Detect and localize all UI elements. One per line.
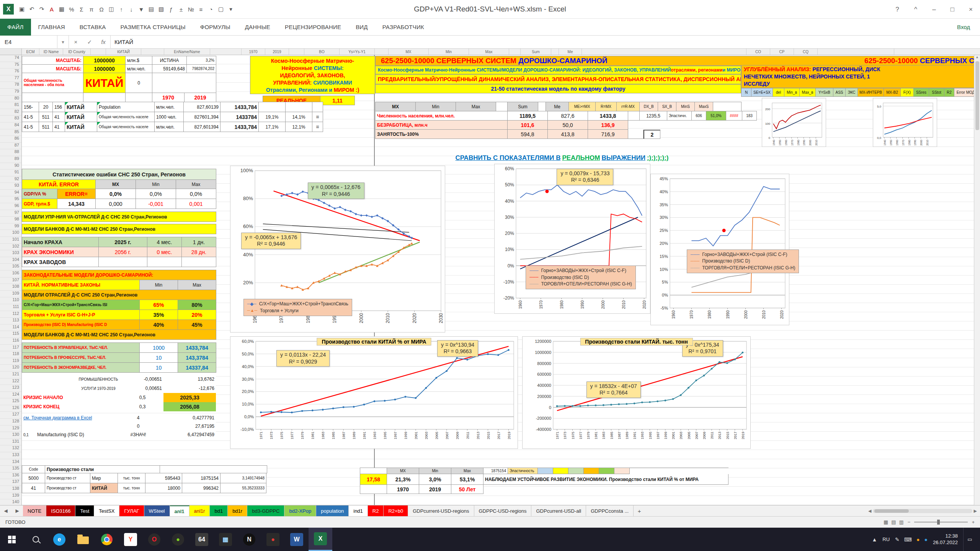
cell[interactable]: 156 <box>53 102 65 112</box>
column-header[interactable]: CQ <box>794 49 818 55</box>
column-header[interactable] <box>375 49 389 55</box>
cell[interactable]: 136,9 <box>588 121 628 130</box>
column-headers[interactable]: ЕСМID NameID CountyКИТАЙEnName/Name19702… <box>22 49 980 55</box>
cell[interactable]: 14,343 <box>57 199 96 209</box>
sheet-tab-ГУЛАГ[interactable]: ГУЛАГ <box>119 505 144 516</box>
row-header[interactable]: 121 <box>0 372 21 378</box>
row-header[interactable]: 130 <box>0 432 21 439</box>
column-header[interactable] <box>509 49 521 55</box>
cell[interactable]: 0 <box>126 73 152 93</box>
column-header[interactable]: 2019 <box>265 49 289 55</box>
cell[interactable]: ПРОМЫШЛЕННОСТЬ <box>75 375 121 384</box>
systems-banner[interactable]: Космо-Ноосферные Матрично-Нейронные СИСТ… <box>375 66 741 74</box>
row-header[interactable]: 77 <box>0 75 21 82</box>
pen-icon[interactable]: ✎ <box>895 536 900 543</box>
cell[interactable]: 0 мес. <box>147 247 182 257</box>
chart-sectors-isic-2[interactable]: -5%0%5%10%15%20%25%30%35%40%45%196019701… <box>650 174 789 325</box>
cell[interactable]: Общая численность населения - оба пола <box>22 73 83 93</box>
cell[interactable]: 41 <box>22 483 45 493</box>
cell[interactable]: 41-5 <box>22 122 39 132</box>
zoom-slider[interactable] <box>914 522 968 523</box>
tabs-scroll-right-icon[interactable]: ▶ <box>11 505 23 516</box>
cell[interactable]: MX-B2 <box>884 88 901 97</box>
chart-icon[interactable]: ◫ <box>106 4 116 14</box>
maximize-button[interactable]: □ <box>943 0 962 19</box>
chrome-browser-icon[interactable] <box>95 528 119 551</box>
freeze-icon[interactable]: ▤ <box>146 4 156 14</box>
row-header[interactable]: 105 <box>0 264 21 271</box>
cancel-icon[interactable]: × <box>69 36 83 48</box>
cell[interactable] <box>360 485 387 494</box>
view-button-0[interactable]: ▦ <box>884 519 888 525</box>
ribbon-tab-данные[interactable]: ДАННЫЕ <box>238 19 278 36</box>
view-button-1[interactable]: ▤ <box>891 519 896 525</box>
cell[interactable]: Max <box>451 468 483 474</box>
cell[interactable]: УСЛУГИ 1970-2019 <box>75 384 121 393</box>
cell[interactable]: КИТАЙ <box>65 102 97 112</box>
cell[interactable]: = <box>312 112 323 122</box>
edge-browser-icon[interactable]: e <box>47 528 71 551</box>
cell[interactable]: 1433,8 <box>588 111 628 121</box>
cell[interactable] <box>83 93 126 102</box>
row-header[interactable]: 108 <box>0 284 21 291</box>
hidden-icons-chevron[interactable]: ▲ <box>872 536 877 543</box>
cell[interactable]: del <box>773 88 784 97</box>
cell[interactable]: Общая численность населе <box>97 112 155 122</box>
row-header[interactable]: 129 <box>0 425 21 432</box>
row-header[interactable]: 117 <box>0 345 21 352</box>
cell[interactable]: 50 Лет <box>451 485 483 494</box>
cell[interactable]: SSres <box>914 88 929 97</box>
cell[interactable]: DX_В <box>640 102 658 111</box>
cell[interactable]: MX-ИНТЕРВ <box>858 88 884 97</box>
cell[interactable]: ЭКС <box>846 88 858 97</box>
cell[interactable]: МОДЕЛИ УПР-НИЯ VA-ОТРАСЛЕЙ Д-С СНС 250 С… <box>22 212 216 222</box>
row-header[interactable]: 97 <box>0 210 21 217</box>
cell[interactable]: 35% <box>140 310 178 320</box>
sort-asc-icon[interactable]: ↑ <box>116 4 126 14</box>
cell[interactable]: 20% <box>178 310 216 320</box>
column-header[interactable]: КИТАЙ <box>106 49 141 55</box>
cell[interactable]: Code <box>22 466 45 473</box>
cell[interactable]: 1875154 <box>182 473 220 483</box>
column-header[interactable]: 1970 <box>242 49 265 55</box>
row-header[interactable]: 94 <box>0 190 21 197</box>
cell[interactable]: 0,000 <box>96 199 136 209</box>
row-header[interactable]: 124 <box>0 392 21 399</box>
sheet-tab-bd1r[interactable]: bd1r <box>228 505 247 516</box>
cell[interactable]: Производство стали <box>45 466 160 473</box>
tabs-scroll-left-icon[interactable]: ◀ <box>0 505 11 516</box>
cell[interactable]: 12,1% <box>286 122 312 132</box>
row-header[interactable]: 126 <box>0 405 21 412</box>
cell[interactable]: SX_В <box>658 102 676 111</box>
cloud-icon[interactable]: ● <box>916 536 920 543</box>
cell[interactable] <box>152 73 216 93</box>
cell[interactable]: млн.$ <box>126 56 152 65</box>
cell[interactable] <box>22 375 75 384</box>
row-header[interactable]: 111 <box>0 304 21 311</box>
cell[interactable]: Начало КРАХА <box>22 237 99 247</box>
cell[interactable]: r=R-MX <box>617 102 640 111</box>
name-box-dropdown-icon[interactable]: ▼ <box>57 36 69 48</box>
cell[interactable]: 1000000 <box>83 65 126 73</box>
row-header[interactable]: 138 <box>0 486 21 493</box>
cell[interactable]: 6,472947459 <box>154 430 216 439</box>
column-header[interactable]: ЕСМ <box>22 49 39 55</box>
cell[interactable]: Min <box>140 280 178 290</box>
ribbon-tab-файл[interactable]: ФАЙЛ <box>0 19 31 36</box>
sheet-tab-GDPcurrent-USD-all[interactable]: GDPcurrent-USD-all <box>531 505 586 516</box>
row-header[interactable]: 119 <box>0 358 21 365</box>
cell[interactable]: 17,58 <box>360 474 387 485</box>
undo-icon[interactable]: ↶ <box>27 4 37 14</box>
cell[interactable]: 17,1% <box>259 122 286 132</box>
row-header[interactable]: 128 <box>0 419 21 425</box>
cell[interactable]: 3,149174948 <box>220 473 266 483</box>
row-header[interactable]: 104 <box>0 257 21 264</box>
cell[interactable]: 827,6 <box>548 111 588 121</box>
row-header[interactable]: 81 <box>0 102 21 109</box>
percent-icon[interactable]: % <box>67 4 77 14</box>
cell[interactable]: 1433784 <box>220 112 259 122</box>
row-header[interactable]: 123 <box>0 385 21 392</box>
excel-app-icon[interactable]: X <box>3 4 14 15</box>
cell[interactable]: 1000000 <box>83 56 126 65</box>
yandex-browser-icon[interactable]: Y <box>119 528 142 551</box>
